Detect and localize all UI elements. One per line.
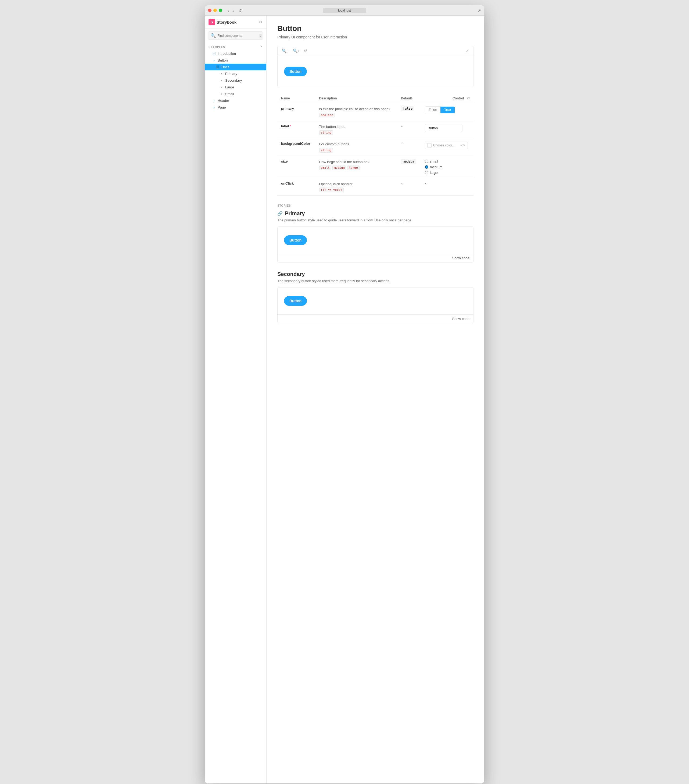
story-secondary-preview: Button Show code bbox=[277, 287, 473, 323]
toggle-control[interactable]: False True bbox=[425, 106, 455, 114]
reset-zoom-icon[interactable]: ↺ bbox=[303, 48, 308, 53]
radio-medium-input[interactable] bbox=[425, 165, 429, 169]
close-button[interactable] bbox=[208, 8, 211, 12]
logo-text: Storybook bbox=[217, 20, 236, 25]
external-link-icon[interactable]: ↗ bbox=[478, 8, 481, 13]
sidebar-item-large[interactable]: ■ Large bbox=[205, 84, 266, 91]
sidebar-item-label: Small bbox=[225, 92, 234, 96]
prop-type: string bbox=[319, 148, 333, 153]
col-description: Description bbox=[315, 94, 397, 103]
open-fullscreen-icon[interactable]: ↗ bbox=[465, 48, 470, 53]
radio-medium[interactable]: medium bbox=[425, 165, 470, 169]
label-input[interactable] bbox=[425, 124, 463, 132]
radio-large-input[interactable] bbox=[425, 171, 429, 175]
color-code-icon[interactable]: </> bbox=[461, 143, 465, 147]
large-icon: ■ bbox=[220, 86, 224, 88]
window-controls bbox=[208, 8, 222, 12]
sidebar-header: S Storybook ⚙ bbox=[205, 16, 266, 29]
toggle-false[interactable]: False bbox=[425, 107, 440, 113]
forward-button[interactable]: › bbox=[232, 8, 236, 13]
prop-type-tags: small medium large bbox=[319, 165, 394, 170]
sidebar-item-page[interactable]: ▪ Page bbox=[205, 104, 266, 111]
logo-icon: S bbox=[209, 19, 215, 25]
reset-all-icon[interactable]: ↺ bbox=[467, 96, 470, 100]
back-button[interactable]: ‹ bbox=[226, 8, 230, 13]
docs-icon: 📘 bbox=[216, 65, 220, 69]
radio-medium-label: medium bbox=[430, 165, 442, 169]
prop-default: false bbox=[401, 106, 414, 111]
radio-large[interactable]: large bbox=[425, 171, 470, 175]
titlebar: ‹ › ↺ localhost ↗ bbox=[205, 5, 484, 16]
sidebar-item-label: Docs bbox=[221, 65, 229, 69]
maximize-button[interactable] bbox=[219, 8, 222, 12]
header-icon: ▪ bbox=[212, 99, 216, 102]
type-tag: small bbox=[319, 165, 331, 170]
prop-name: label* bbox=[281, 124, 291, 128]
prop-name: onClick bbox=[281, 181, 294, 185]
search-input[interactable] bbox=[218, 34, 258, 38]
prop-description: The button label. bbox=[319, 124, 394, 130]
prop-name: backgroundColor bbox=[281, 142, 310, 146]
zoom-out-icon[interactable]: 🔍− bbox=[281, 48, 290, 53]
radio-large-label: large bbox=[430, 171, 438, 175]
radio-small-input[interactable] bbox=[425, 160, 429, 163]
radio-small-label: small bbox=[430, 159, 438, 163]
story-primary-preview: Button Show code bbox=[277, 227, 473, 262]
story-secondary-footer: Show code bbox=[278, 315, 473, 323]
sidebar-item-introduction[interactable]: 📄 Introduction bbox=[205, 50, 266, 57]
sidebar-item-docs[interactable]: 📘 Docs bbox=[205, 64, 266, 71]
story-secondary-button[interactable]: Button bbox=[284, 296, 307, 306]
prop-default: - bbox=[401, 142, 403, 146]
table-row: size How large should the button be? sma… bbox=[277, 156, 473, 178]
prop-default: medium bbox=[401, 159, 416, 164]
anchor-icon[interactable]: 🔗 bbox=[277, 211, 283, 216]
sidebar-item-small[interactable]: ■ Small bbox=[205, 91, 266, 97]
show-code-secondary-button[interactable]: Show code bbox=[452, 317, 470, 321]
color-swatch[interactable] bbox=[427, 143, 432, 148]
sidebar-item-button[interactable]: ▪ Button bbox=[205, 57, 266, 64]
onclick-control: - bbox=[425, 181, 426, 185]
sidebar-item-label: Button bbox=[218, 58, 228, 63]
col-control: Control ↺ bbox=[421, 94, 473, 103]
sidebar-item-primary[interactable]: ■ Primary bbox=[205, 71, 266, 77]
preview-toolbar: 🔍− 🔍+ ↺ ↗ bbox=[278, 46, 473, 56]
prop-description: For custom buttons bbox=[319, 142, 394, 147]
sidebar-item-label: Header bbox=[218, 99, 229, 103]
settings-icon[interactable]: ⚙ bbox=[259, 20, 262, 24]
url-bar[interactable]: localhost bbox=[323, 8, 366, 13]
toggle-true[interactable]: True bbox=[440, 107, 455, 113]
minimize-button[interactable] bbox=[213, 8, 217, 12]
sidebar: S Storybook ⚙ 🔍 / EXAMPLES ⌃ 📄 Int bbox=[205, 16, 267, 784]
radio-small[interactable]: small bbox=[425, 159, 470, 163]
prop-name: size bbox=[281, 159, 288, 163]
sidebar-item-secondary[interactable]: ■ Secondary bbox=[205, 77, 266, 84]
collapse-icon[interactable]: ⌃ bbox=[260, 46, 262, 49]
zoom-in-icon[interactable]: 🔍+ bbox=[292, 48, 301, 53]
search-shortcut: / bbox=[259, 34, 262, 38]
color-placeholder: Choose color... bbox=[433, 143, 459, 147]
refresh-button[interactable]: ↺ bbox=[237, 8, 243, 13]
prop-description: Is this the principle call to action on … bbox=[319, 106, 394, 112]
browser-window: ‹ › ↺ localhost ↗ S Storybook ⚙ 🔍 / bbox=[205, 5, 484, 784]
story-secondary-body: Button bbox=[278, 288, 473, 315]
sidebar-item-label: Large bbox=[225, 85, 234, 89]
page-icon: ▪ bbox=[212, 106, 216, 109]
type-tag: medium bbox=[332, 165, 346, 170]
radio-group: small medium large bbox=[425, 159, 470, 175]
prop-type: boolean bbox=[319, 113, 335, 117]
nav-section: EXAMPLES ⌃ 📄 Introduction ▪ Button 📘 Doc… bbox=[205, 43, 266, 113]
story-primary-button[interactable]: Button bbox=[284, 236, 307, 245]
prop-default: - bbox=[401, 124, 403, 128]
sidebar-item-header[interactable]: ▪ Header bbox=[205, 97, 266, 104]
main-content: Button Primary UI component for user int… bbox=[267, 16, 484, 784]
story-primary-description: The primary button style used to guide u… bbox=[277, 218, 473, 222]
prop-description: How large should the button be? bbox=[319, 159, 394, 165]
page-title: Button bbox=[277, 24, 473, 33]
search-bar[interactable]: 🔍 / bbox=[208, 31, 263, 40]
show-code-primary-button[interactable]: Show code bbox=[452, 256, 470, 260]
button-group-icon: ▪ bbox=[212, 59, 216, 62]
preview-button[interactable]: Button bbox=[284, 67, 307, 76]
prop-type: string bbox=[319, 130, 333, 135]
color-control[interactable]: Choose color... </> bbox=[425, 142, 468, 149]
primary-icon: ■ bbox=[220, 72, 224, 75]
